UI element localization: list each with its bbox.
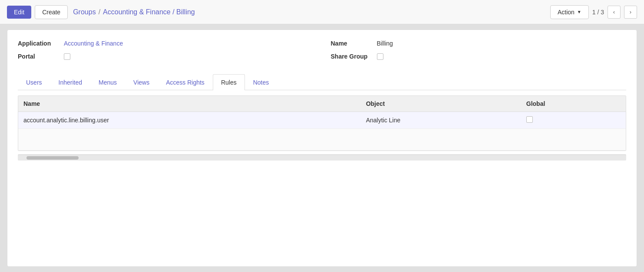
form-row: Application Accounting & Finance Portal … bbox=[18, 39, 626, 65]
portal-checkbox-wrapper bbox=[64, 53, 70, 60]
share-group-label: Share Group bbox=[331, 52, 370, 61]
tab-access-rights[interactable]: Access Rights bbox=[158, 74, 213, 90]
name-field: Name Billing bbox=[331, 39, 627, 48]
row-global bbox=[521, 111, 626, 128]
name-value: Billing bbox=[377, 39, 393, 48]
horizontal-scrollbar[interactable] bbox=[18, 154, 626, 161]
action-dropdown-arrow: ▼ bbox=[577, 10, 581, 14]
tab-notes[interactable]: Notes bbox=[245, 74, 277, 90]
action-label: Action bbox=[558, 9, 575, 16]
form-card: Application Accounting & Finance Portal … bbox=[7, 29, 637, 267]
portal-label: Portal bbox=[18, 52, 57, 61]
tabs-bar: Users Inherited Menus Views Access Right… bbox=[18, 74, 626, 90]
form-left: Application Accounting & Finance Portal bbox=[18, 39, 314, 65]
table-empty-row bbox=[18, 128, 626, 150]
table-row: account.analytic.line.billing.user Analy… bbox=[18, 111, 626, 128]
tab-menus[interactable]: Menus bbox=[90, 74, 125, 90]
row-name: account.analytic.line.billing.user bbox=[18, 111, 361, 128]
breadcrumb-sep1: / bbox=[99, 8, 100, 16]
portal-field: Portal bbox=[18, 52, 314, 61]
portal-checkbox[interactable] bbox=[64, 53, 70, 60]
application-label: Application bbox=[18, 39, 57, 48]
share-group-checkbox[interactable] bbox=[377, 53, 383, 60]
table-header-row: Name Object Global bbox=[18, 96, 626, 112]
tab-rules[interactable]: Rules bbox=[213, 74, 245, 90]
tab-views[interactable]: Views bbox=[125, 74, 158, 90]
tab-inherited[interactable]: Inherited bbox=[50, 74, 90, 90]
scrollbar-thumb[interactable] bbox=[26, 156, 79, 160]
application-field: Application Accounting & Finance bbox=[18, 39, 314, 48]
application-value: Accounting & Finance bbox=[64, 39, 123, 48]
name-label: Name bbox=[331, 39, 370, 48]
content-area: Application Accounting & Finance Portal … bbox=[0, 24, 644, 272]
rules-table: Name Object Global account.analytic.line… bbox=[18, 96, 626, 151]
tab-users[interactable]: Users bbox=[18, 74, 50, 90]
form-right: Name Billing Share Group bbox=[331, 39, 627, 65]
action-button[interactable]: Action ▼ bbox=[550, 5, 589, 19]
pager-next-button[interactable]: › bbox=[624, 6, 637, 19]
breadcrumb-detail: Accounting & Finance / Billing bbox=[103, 8, 195, 16]
row-global-checkbox[interactable] bbox=[526, 116, 533, 123]
breadcrumb-groups: Groups bbox=[73, 8, 96, 16]
pager-section: 1 / 3 ‹ › bbox=[592, 6, 637, 19]
toolbar: Edit Create Groups / Accounting & Financ… bbox=[0, 0, 644, 24]
col-global-header: Global bbox=[521, 96, 626, 112]
row-object: Analytic Line bbox=[361, 111, 521, 128]
col-name-header: Name bbox=[18, 96, 361, 112]
pager-prev-button[interactable]: ‹ bbox=[608, 6, 621, 19]
share-group-field: Share Group bbox=[331, 52, 627, 61]
col-object-header: Object bbox=[361, 96, 521, 112]
create-button[interactable]: Create bbox=[35, 5, 68, 19]
empty-cell bbox=[18, 128, 626, 150]
rules-table-wrapper: Name Object Global account.analytic.line… bbox=[18, 95, 626, 151]
share-group-checkbox-wrapper bbox=[377, 53, 383, 60]
pager-info: 1 / 3 bbox=[592, 9, 604, 16]
edit-button[interactable]: Edit bbox=[7, 6, 31, 19]
